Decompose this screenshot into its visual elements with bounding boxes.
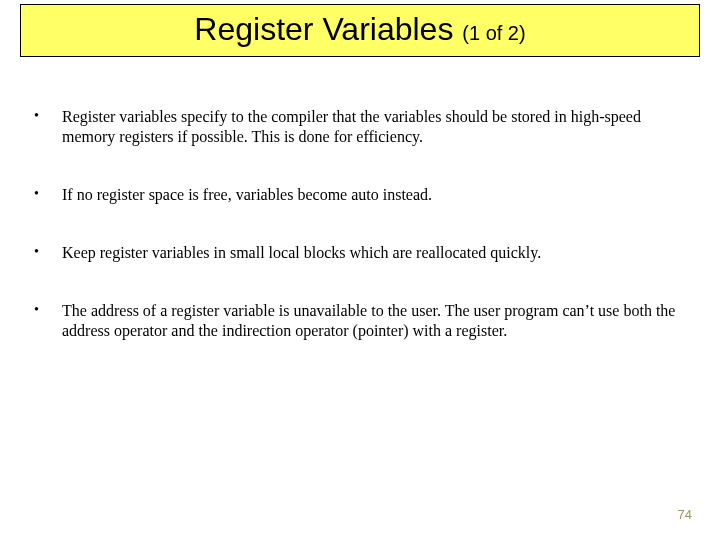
list-item: • If no register space is free, variable… <box>34 185 686 205</box>
bullet-icon: • <box>34 185 62 203</box>
bullet-icon: • <box>34 301 62 319</box>
page-number: 74 <box>678 507 692 522</box>
list-item: • The address of a register variable is … <box>34 301 686 341</box>
bullet-text: If no register space is free, variables … <box>62 185 686 205</box>
bullet-text: The address of a register variable is un… <box>62 301 686 341</box>
bullet-text: Register variables specify to the compil… <box>62 107 686 147</box>
list-item: • Keep register variables in small local… <box>34 243 686 263</box>
slide-title: Register Variables <box>194 11 462 47</box>
bullet-icon: • <box>34 243 62 261</box>
title-bar: Register Variables (1 of 2) <box>20 4 700 57</box>
slide-subtitle: (1 of 2) <box>462 22 525 44</box>
bullet-icon: • <box>34 107 62 125</box>
bullet-text: Keep register variables in small local b… <box>62 243 686 263</box>
slide-body: • Register variables specify to the comp… <box>0 57 720 341</box>
list-item: • Register variables specify to the comp… <box>34 107 686 147</box>
